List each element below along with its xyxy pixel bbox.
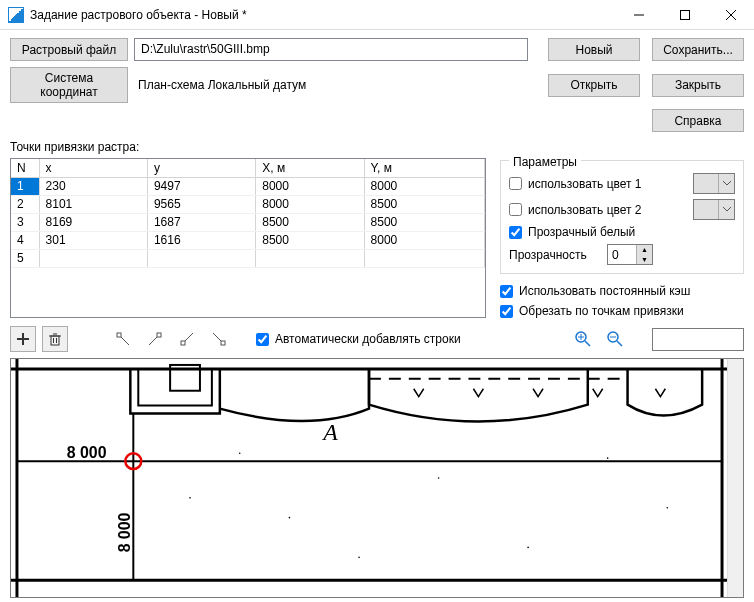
anchor-points-label: Точки привязки растра: (10, 140, 744, 154)
table-row[interactable]: 4301161685008000 (11, 231, 485, 249)
col-n[interactable]: N (11, 159, 39, 177)
col-y[interactable]: y (147, 159, 255, 177)
zoom-in-button[interactable] (570, 326, 596, 352)
cell-x[interactable] (39, 249, 147, 267)
coord-system-label: План-схема Локальный датум (134, 78, 528, 92)
use-color2-label: использовать цвет 2 (528, 203, 687, 217)
svg-line-16 (185, 333, 193, 341)
crop-by-points-label: Обрезать по точкам привязки (519, 304, 684, 318)
transparent-white-label: Прозрачный белый (528, 225, 635, 239)
new-button[interactable]: Новый (548, 38, 640, 61)
svg-rect-6 (51, 336, 59, 345)
transparency-label: Прозрачность (509, 248, 601, 262)
cell-ym[interactable]: 8000 (364, 231, 484, 249)
coord-system-button[interactable]: Система координат (10, 67, 128, 103)
minimize-button[interactable] (616, 0, 662, 30)
auto-add-rows-label: Автоматически добавлять строки (275, 332, 461, 346)
svg-point-38 (527, 547, 529, 549)
cell-ym[interactable]: 8500 (364, 195, 484, 213)
svg-rect-15 (181, 341, 185, 345)
help-button[interactable]: Справка (652, 109, 744, 132)
svg-point-37 (438, 477, 440, 479)
use-color2-checkbox[interactable] (509, 203, 522, 216)
horizontal-scrollbar[interactable] (10, 598, 744, 602)
svg-line-18 (213, 333, 221, 341)
use-cache-label: Использовать постоянный кэш (519, 284, 690, 298)
save-button[interactable]: Сохранить... (652, 38, 744, 61)
align-tool-4[interactable] (206, 326, 232, 352)
chevron-down-icon (718, 200, 734, 219)
anchor-points-table[interactable]: N x y X, м Y, м 123094978000800028101956… (10, 158, 486, 318)
color1-picker[interactable] (693, 173, 735, 194)
preview-label-a: A (321, 419, 338, 445)
cell-y[interactable]: 1616 (147, 231, 255, 249)
cell-ym[interactable]: 8500 (364, 213, 484, 231)
cell-xm[interactable]: 8500 (256, 231, 364, 249)
raster-preview[interactable]: A 8 000 8 000 (10, 358, 744, 598)
align-tool-3[interactable] (174, 326, 200, 352)
svg-point-36 (289, 517, 291, 519)
parameters-legend: Параметры (509, 155, 581, 169)
zoom-info-field[interactable] (652, 328, 744, 351)
col-x[interactable]: x (39, 159, 147, 177)
row-index: 2 (11, 195, 39, 213)
raster-path-field[interactable]: D:\Zulu\rastr\50GIII.bmp (134, 38, 528, 61)
cell-ym[interactable]: 8000 (364, 177, 484, 195)
zoom-out-button[interactable] (602, 326, 628, 352)
svg-rect-17 (221, 341, 225, 345)
svg-rect-1 (681, 10, 690, 19)
table-row[interactable]: 38169168785008500 (11, 213, 485, 231)
preview-tick-h: 8 000 (67, 444, 107, 461)
cell-ym[interactable] (364, 249, 484, 267)
auto-add-rows-checkbox[interactable] (256, 333, 269, 346)
cell-xm[interactable]: 8000 (256, 177, 364, 195)
cell-xm[interactable]: 8000 (256, 195, 364, 213)
svg-point-41 (189, 497, 191, 499)
delete-row-button[interactable] (42, 326, 68, 352)
cell-y[interactable] (147, 249, 255, 267)
table-row[interactable]: 1230949780008000 (11, 177, 485, 195)
cell-x[interactable]: 301 (39, 231, 147, 249)
col-ym[interactable]: Y, м (364, 159, 484, 177)
raster-file-button[interactable]: Растровый файл (10, 38, 128, 61)
cell-y[interactable]: 1687 (147, 213, 255, 231)
cell-x[interactable]: 8169 (39, 213, 147, 231)
transparency-spinner[interactable]: ▲▼ (607, 244, 653, 265)
align-tool-1[interactable] (110, 326, 136, 352)
crop-by-points-checkbox[interactable] (500, 305, 513, 318)
zoom-out-icon (606, 330, 624, 348)
svg-point-35 (239, 452, 241, 454)
align-tool-2[interactable] (142, 326, 168, 352)
cell-xm[interactable]: 8500 (256, 213, 364, 231)
cell-y[interactable]: 9497 (147, 177, 255, 195)
close-dialog-button[interactable]: Закрыть (652, 74, 744, 97)
close-button[interactable] (708, 0, 754, 30)
svg-line-12 (121, 337, 129, 345)
row-toolbar: Автоматически добавлять строки (10, 326, 744, 352)
spin-up-icon[interactable]: ▲ (636, 245, 652, 255)
color2-picker[interactable] (693, 199, 735, 220)
use-color1-label: использовать цвет 1 (528, 177, 687, 191)
table-row[interactable]: 5 (11, 249, 485, 267)
spin-down-icon[interactable]: ▼ (636, 255, 652, 265)
plus-icon (16, 332, 30, 346)
open-button[interactable]: Открыть (548, 74, 640, 97)
preview-tick-v: 8 000 (116, 513, 133, 553)
vertical-scrollbar[interactable] (727, 359, 743, 597)
parameters-group: Параметры использовать цвет 1 использова… (500, 160, 744, 274)
use-color1-checkbox[interactable] (509, 177, 522, 190)
cell-x[interactable]: 230 (39, 177, 147, 195)
col-xm[interactable]: X, м (256, 159, 364, 177)
use-cache-checkbox[interactable] (500, 285, 513, 298)
table-row[interactable]: 28101956580008500 (11, 195, 485, 213)
titlebar: Задание растрового объекта - Новый * (0, 0, 754, 30)
maximize-button[interactable] (662, 0, 708, 30)
svg-point-39 (607, 457, 609, 459)
transparency-value[interactable] (608, 245, 636, 264)
add-row-button[interactable] (10, 326, 36, 352)
transparent-white-checkbox[interactable] (509, 226, 522, 239)
chevron-down-icon (718, 174, 734, 193)
cell-x[interactable]: 8101 (39, 195, 147, 213)
cell-xm[interactable] (256, 249, 364, 267)
cell-y[interactable]: 9565 (147, 195, 255, 213)
